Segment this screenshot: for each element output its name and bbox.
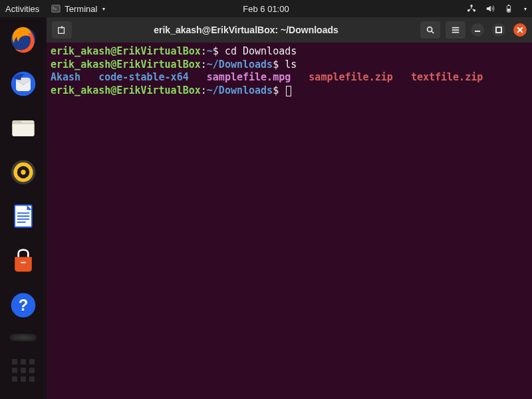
ls-entry: code-stable-x64: [98, 71, 188, 83]
prompt-user: erik_akash@ErikVirtualBox: [51, 45, 201, 57]
ls-entry: samplefile.mpg: [207, 71, 291, 83]
apps-grid-icon: [12, 359, 35, 382]
rhythmbox-icon: [9, 158, 38, 187]
help-icon: ?: [9, 291, 38, 320]
dock-separator: [10, 334, 37, 342]
minimize-button[interactable]: [471, 23, 484, 37]
dock-item-help[interactable]: ?: [7, 289, 39, 321]
network-icon: [467, 4, 476, 13]
svg-rect-19: [17, 222, 26, 223]
prompt-path: ~/Downloads: [207, 84, 273, 96]
thunderbird-icon: [9, 69, 38, 98]
firefox-icon: [9, 25, 38, 54]
svg-point-24: [428, 27, 432, 32]
dock-item-software[interactable]: [7, 245, 39, 277]
prompt-path: ~/Downloads: [207, 59, 273, 70]
terminal-body[interactable]: erik_akash@ErikVirtualBox:~$ cd Download…: [47, 43, 532, 399]
command-text: ls: [285, 59, 297, 70]
dropdown-icon: ▾: [102, 6, 105, 12]
battery-icon: [504, 4, 513, 13]
svg-rect-10: [13, 124, 35, 136]
new-tab-icon: [57, 25, 66, 35]
svg-rect-18: [17, 219, 29, 220]
svg-rect-5: [507, 9, 510, 11]
prompt-path: ~: [207, 45, 213, 57]
new-tab-button[interactable]: [52, 21, 72, 39]
command-text: cd Downloads: [225, 45, 297, 57]
search-icon: [426, 25, 435, 35]
terminal-icon: [51, 4, 61, 13]
svg-rect-23: [59, 28, 65, 34]
volume-icon: [485, 4, 495, 13]
window-title: erik_akash@ErikVirtualBox: ~/Downloads: [77, 25, 415, 35]
show-applications-button[interactable]: [7, 354, 39, 386]
search-button[interactable]: [420, 21, 440, 39]
svg-rect-25: [496, 27, 501, 33]
svg-point-1: [470, 5, 473, 7]
svg-point-14: [21, 170, 25, 174]
files-icon: [9, 113, 38, 142]
system-status-area[interactable]: ▾: [467, 4, 527, 13]
svg-rect-6: [508, 5, 509, 6]
close-button[interactable]: [513, 23, 527, 37]
dock-item-firefox[interactable]: [7, 24, 39, 55]
close-icon: [517, 27, 523, 33]
svg-rect-16: [17, 213, 29, 214]
maximize-button[interactable]: [492, 23, 505, 37]
top-panel: Activities Terminal ▾ Feb 6 01:00 ▾: [0, 0, 532, 17]
dock-item-libreoffice-writer[interactable]: [7, 201, 39, 232]
hamburger-icon: [451, 25, 460, 35]
dock-item-rhythmbox[interactable]: [7, 157, 39, 188]
maximize-icon: [495, 27, 502, 33]
ls-entry: samplefile.zip: [309, 71, 392, 83]
writer-icon: [9, 201, 38, 231]
dock: ?: [0, 17, 47, 399]
prompt-user: erik_akash@ErikVirtualBox: [51, 59, 201, 70]
cursor: [286, 86, 291, 96]
ls-entry: textfile.zip: [411, 71, 483, 83]
menu-button[interactable]: [446, 21, 466, 39]
activities-button[interactable]: Activities: [5, 4, 39, 14]
dock-item-files[interactable]: [7, 112, 39, 144]
dropdown-icon: ▾: [524, 6, 527, 12]
terminal-window: erik_akash@ErikVirtualBox: ~/Downloads e…: [47, 17, 532, 399]
clock[interactable]: Feb 6 01:00: [243, 4, 289, 14]
minimize-icon: [474, 27, 481, 33]
ls-entry: Akash: [51, 71, 80, 83]
svg-rect-0: [52, 5, 60, 13]
app-menu-label: Terminal: [65, 4, 97, 14]
svg-rect-20: [21, 262, 25, 263]
titlebar: erik_akash@ErikVirtualBox: ~/Downloads: [47, 17, 532, 43]
svg-text:?: ?: [19, 296, 29, 314]
app-menu[interactable]: Terminal ▾: [51, 4, 105, 14]
prompt-user: erik_akash@ErikVirtualBox: [51, 84, 201, 96]
dock-item-thunderbird[interactable]: [7, 68, 39, 100]
svg-rect-17: [17, 216, 29, 217]
software-icon: [9, 246, 38, 275]
